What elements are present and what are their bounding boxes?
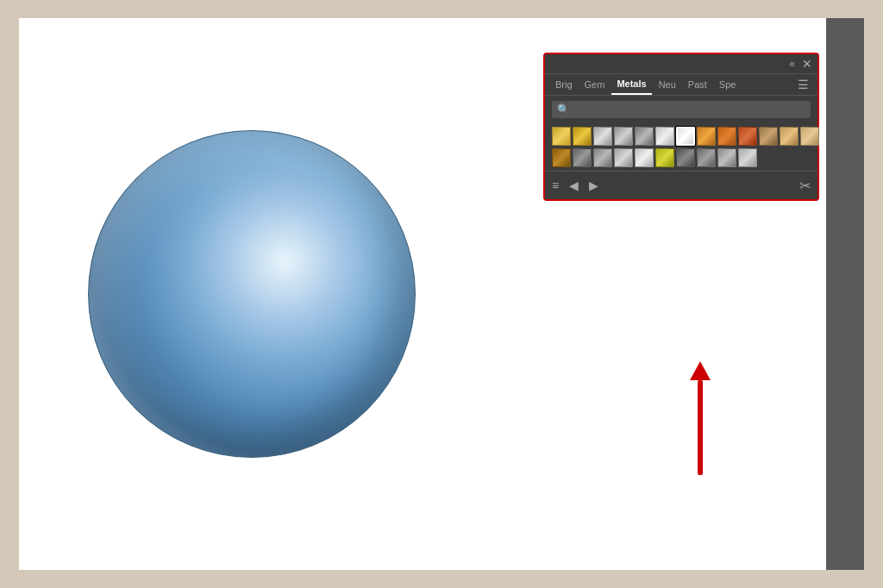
- swatch-silver-2[interactable]: [614, 127, 633, 146]
- arrow-shaft: [698, 380, 703, 475]
- swatch-bronze-1[interactable]: [697, 127, 716, 146]
- tab-neu[interactable]: Neu: [654, 75, 681, 94]
- swatch-gray-2[interactable]: [593, 148, 612, 167]
- arrow-head: [690, 361, 711, 380]
- tab-gem[interactable]: Gem: [579, 75, 611, 94]
- swatch-gold-1[interactable]: [552, 127, 571, 146]
- swatch-gold-4[interactable]: [800, 127, 819, 146]
- sphere: [88, 130, 416, 458]
- swatch-copper-2[interactable]: [738, 127, 757, 146]
- prev-button[interactable]: ◀: [566, 177, 582, 194]
- swatch-silver-1[interactable]: [593, 127, 612, 146]
- panel-search: 🔍: [545, 96, 817, 123]
- swatch-row-2: [552, 148, 811, 167]
- swatch-dark-silver[interactable]: [635, 127, 654, 146]
- search-icon: 🔍: [557, 103, 570, 116]
- swatch-light-gray[interactable]: [738, 148, 757, 167]
- library-icon[interactable]: ≡: [552, 178, 559, 192]
- tab-brig[interactable]: Brig: [550, 75, 578, 94]
- settings-icon[interactable]: ✂: [799, 178, 811, 193]
- next-button[interactable]: ▶: [586, 177, 602, 194]
- swatch-yellow-gray[interactable]: [655, 148, 674, 167]
- swatch-gold-2[interactable]: [573, 127, 592, 146]
- swatch-dark-gold[interactable]: [552, 148, 571, 167]
- swatch-gray-3[interactable]: [614, 148, 633, 167]
- footer-nav: ◀ ▶: [566, 177, 602, 194]
- swatches-grid: [545, 123, 817, 171]
- swatches-panel: « ✕ Brig Gem Metals Neu Past Spe ☰ 🔍: [543, 53, 819, 201]
- swatch-row-1: [552, 127, 811, 146]
- footer-left: ≡ ◀ ▶: [552, 177, 602, 194]
- swatch-dark-gray-1[interactable]: [676, 148, 695, 167]
- close-icon[interactable]: ✕: [802, 58, 812, 70]
- swatch-gray-4[interactable]: [635, 148, 654, 167]
- panel-tabs: Brig Gem Metals Neu Past Spe ☰: [545, 74, 817, 96]
- tab-menu-icon[interactable]: ☰: [794, 74, 812, 95]
- sidebar-strip: [826, 18, 864, 570]
- search-input[interactable]: [573, 104, 805, 115]
- tab-past[interactable]: Past: [683, 75, 712, 94]
- swatch-gold-3[interactable]: [780, 127, 798, 146]
- collapse-icon[interactable]: «: [789, 58, 795, 70]
- titlebar-icons: « ✕: [789, 58, 812, 70]
- swatch-copper-1[interactable]: [717, 127, 736, 146]
- main-canvas: « ✕ Brig Gem Metals Neu Past Spe ☰ 🔍: [19, 18, 864, 570]
- tab-metals[interactable]: Metals: [611, 74, 651, 95]
- footer-right: ✂: [799, 178, 811, 194]
- swatch-dark-gray-2[interactable]: [697, 148, 716, 167]
- swatch-mid-gray[interactable]: [717, 148, 736, 167]
- swatch-bronze-2[interactable]: [759, 127, 778, 146]
- swatch-light-silver[interactable]: [655, 127, 674, 146]
- tab-spe[interactable]: Spe: [714, 75, 742, 94]
- panel-titlebar: « ✕: [545, 54, 817, 74]
- search-bar: 🔍: [552, 101, 811, 118]
- swatch-white-silver[interactable]: [676, 127, 695, 146]
- arrow-annotation: [690, 361, 711, 475]
- panel-footer: ≡ ◀ ▶ ✂: [545, 171, 817, 199]
- swatch-gray-1[interactable]: [573, 148, 592, 167]
